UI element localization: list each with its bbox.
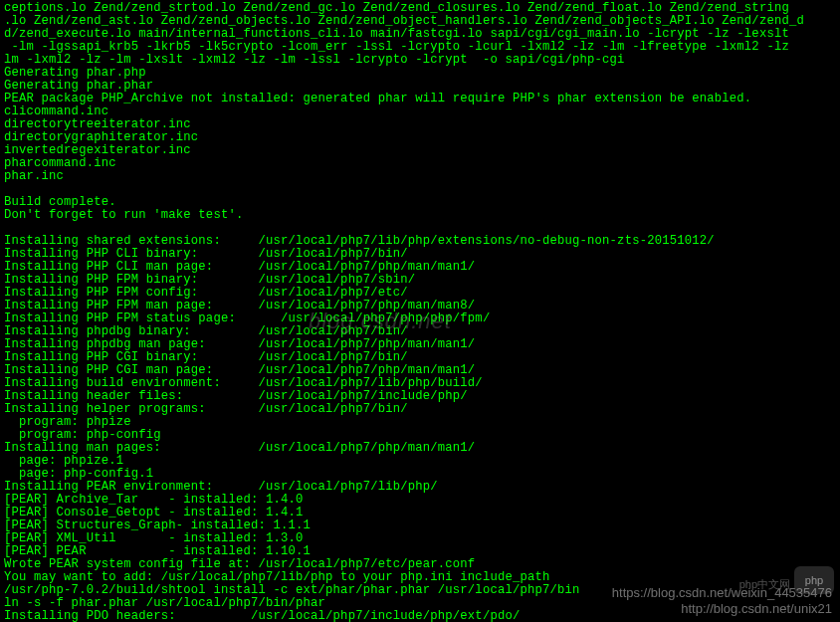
watermark-url-2: http://blog.csdn.net/unix21 (681, 601, 832, 616)
watermark-url-1: https://blog.csdn.net/weixin_44535476 (612, 585, 832, 600)
watermark-center: blog.csdn.net (309, 309, 452, 334)
